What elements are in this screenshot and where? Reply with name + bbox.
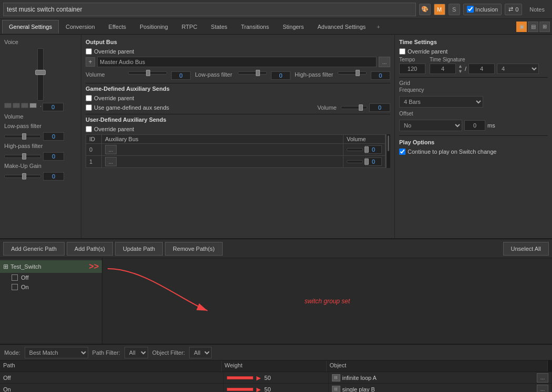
output-lowpass-slider[interactable] bbox=[238, 71, 267, 75]
output-override-checkbox[interactable] bbox=[86, 48, 92, 55]
lowpass-slider[interactable] bbox=[4, 135, 41, 138]
tab-general-settings[interactable]: General Settings bbox=[2, 20, 59, 34]
output-lowpass-value[interactable]: 0 bbox=[271, 71, 290, 80]
path-toolbar: Add Generic Path Add Path(s) Update Path… bbox=[0, 239, 552, 258]
path-filter-select[interactable]: All Off On bbox=[124, 347, 148, 358]
view-split-icon[interactable]: ▤ bbox=[528, 22, 538, 32]
time-sig-den-select[interactable]: 48 bbox=[497, 63, 539, 74]
s-button[interactable]: S bbox=[449, 4, 460, 15]
output-highpass-label: High-pass filter bbox=[295, 71, 333, 80]
lowpass-thumb[interactable] bbox=[22, 133, 26, 140]
view-grid-icon[interactable]: ⊞ bbox=[539, 22, 550, 32]
output-bus-add-btn[interactable]: + bbox=[86, 57, 95, 67]
update-path-button[interactable]: Update Path bbox=[115, 242, 163, 256]
lowpass-label: Low-pass filter bbox=[4, 123, 77, 129]
user-aux-bus-0: ... bbox=[102, 144, 343, 155]
highpass-thumb[interactable] bbox=[22, 153, 26, 160]
tab-conversion[interactable]: Conversion bbox=[59, 20, 102, 34]
obj-more-off[interactable]: ... bbox=[537, 373, 548, 383]
tab-advanced-settings[interactable]: Advanced Settings bbox=[311, 20, 373, 34]
notes-button[interactable]: Notes bbox=[525, 5, 549, 14]
user-aux-bus-more-1[interactable]: ... bbox=[105, 157, 117, 166]
tab-effects[interactable]: Effects bbox=[102, 20, 133, 34]
remove-paths-button[interactable]: Remove Path(s) bbox=[165, 242, 222, 256]
highpass-value[interactable]: 0 bbox=[43, 152, 64, 161]
game-aux-volume-slider[interactable] bbox=[341, 106, 367, 109]
output-bus-more-btn[interactable]: ... bbox=[379, 57, 390, 67]
game-aux-volume-value[interactable]: 0 bbox=[369, 103, 390, 112]
game-aux-volume-thumb[interactable] bbox=[359, 104, 363, 111]
volume-vertical-slider[interactable] bbox=[37, 48, 44, 101]
voice-icon-3[interactable] bbox=[21, 103, 28, 108]
time-sig-den[interactable] bbox=[468, 63, 495, 74]
path-header-path: Path bbox=[0, 361, 222, 372]
output-volume-thumb[interactable] bbox=[146, 70, 150, 76]
time-sig-down[interactable]: ▼ bbox=[458, 69, 463, 74]
time-sig-up[interactable]: ▲ bbox=[458, 63, 463, 69]
output-highpass-value[interactable]: 0 bbox=[371, 71, 390, 80]
inclusion-checkbox[interactable] bbox=[467, 6, 474, 13]
share-button[interactable]: ⇄ 0 bbox=[505, 4, 522, 15]
tab-stingers[interactable]: Stingers bbox=[276, 20, 310, 34]
lowpass-value[interactable]: 0 bbox=[43, 132, 64, 141]
tree-item-off[interactable]: Off bbox=[0, 273, 102, 282]
m-button[interactable]: M bbox=[434, 4, 445, 15]
offset-label: Offset bbox=[399, 111, 413, 116]
object-filter-select[interactable]: All bbox=[189, 347, 212, 358]
user-aux-vol-slider-0[interactable] bbox=[347, 148, 363, 151]
inclusion-label: Inclusion bbox=[475, 6, 498, 13]
output-highpass-slider[interactable] bbox=[338, 71, 367, 75]
output-volume-slider[interactable] bbox=[128, 71, 167, 75]
mode-select[interactable]: Best Match Weighted Random bbox=[25, 347, 88, 358]
voice-icon-4[interactable] bbox=[29, 103, 37, 108]
time-override-checkbox[interactable] bbox=[399, 48, 405, 55]
output-lowpass-thumb[interactable] bbox=[256, 70, 260, 76]
tempo-label: Tempo bbox=[399, 57, 425, 62]
weight-value-on: 50 bbox=[264, 386, 270, 393]
tab-add-button[interactable]: + bbox=[372, 22, 384, 32]
continue-play-checkbox[interactable] bbox=[399, 149, 405, 155]
share-count: 0 bbox=[515, 6, 518, 13]
frequency-select[interactable]: 4 Bars 2 Bars 1 Bar bbox=[399, 96, 483, 108]
output-highpass-thumb[interactable] bbox=[356, 70, 360, 76]
inclusion-checkbox-row[interactable]: Inclusion bbox=[463, 4, 502, 15]
offset-value-input[interactable] bbox=[464, 120, 485, 131]
makeup-thumb[interactable] bbox=[22, 173, 26, 179]
add-paths-button[interactable]: Add Path(s) bbox=[67, 242, 113, 256]
state-on-icon bbox=[12, 284, 18, 290]
tempo-input[interactable] bbox=[399, 63, 425, 74]
tab-transitions[interactable]: Transitions bbox=[234, 20, 276, 34]
tab-states[interactable]: States bbox=[204, 20, 234, 34]
time-sig-num[interactable] bbox=[430, 63, 456, 74]
voice-volume-value[interactable]: 0 bbox=[43, 103, 64, 111]
add-generic-path-button[interactable]: Add Generic Path bbox=[3, 242, 65, 256]
output-volume-value[interactable]: 0 bbox=[171, 71, 191, 80]
path-table-header: Path Weight Object bbox=[0, 361, 552, 372]
output-bus-input[interactable] bbox=[97, 57, 377, 67]
makeup-value[interactable]: 0 bbox=[43, 172, 64, 181]
obj-more-on[interactable]: ... bbox=[537, 385, 548, 393]
user-aux-bus-more-0[interactable]: ... bbox=[105, 145, 117, 154]
tree-item-test-switch[interactable]: ⊞ Test_Switch >> bbox=[0, 260, 102, 273]
voice-icon-2[interactable] bbox=[13, 103, 20, 108]
time-sig-slash: / bbox=[465, 66, 466, 72]
highpass-slider[interactable] bbox=[4, 155, 41, 158]
continue-play-row: Continue to play on Switch change bbox=[399, 149, 548, 155]
tab-rtpc[interactable]: RTPC bbox=[175, 20, 204, 34]
voice-icon-1[interactable] bbox=[4, 103, 12, 108]
tab-positioning[interactable]: Positioning bbox=[133, 20, 175, 34]
volume-slider-thumb[interactable] bbox=[35, 70, 46, 75]
view-single-icon[interactable]: ▣ bbox=[516, 22, 527, 32]
game-aux-override-checkbox[interactable] bbox=[86, 95, 92, 101]
user-aux-scrollbar[interactable] bbox=[386, 134, 390, 168]
obj-label-on: single play B bbox=[342, 386, 375, 393]
offset-select[interactable]: No Yes bbox=[399, 120, 462, 131]
palette-icon[interactable]: 🎨 bbox=[419, 4, 431, 15]
switch-group-annotation: switch group set bbox=[305, 298, 350, 305]
makeup-slider[interactable] bbox=[4, 175, 41, 178]
user-aux-vol-slider-1[interactable] bbox=[347, 160, 363, 163]
game-aux-use-checkbox[interactable] bbox=[86, 104, 92, 111]
user-aux-override-checkbox[interactable] bbox=[86, 126, 92, 132]
tree-item-on[interactable]: On bbox=[0, 282, 102, 292]
unselect-all-button[interactable]: Unselect All bbox=[503, 242, 549, 256]
